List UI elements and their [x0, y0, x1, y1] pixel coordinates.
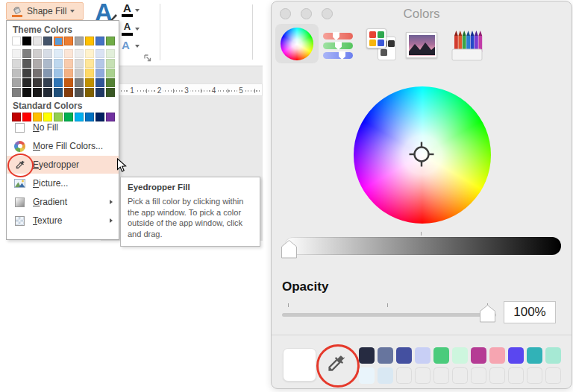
theme-variant-swatch[interactable] [64, 88, 73, 97]
menu-item-texture[interactable]: Texture [7, 212, 119, 230]
theme-variant-swatch[interactable] [75, 78, 84, 87]
theme-variant-swatch[interactable] [75, 49, 84, 58]
theme-variant-swatch[interactable] [12, 49, 21, 58]
theme-variant-swatch[interactable] [85, 59, 94, 68]
theme-color-swatch[interactable] [106, 37, 115, 45]
theme-variant-swatch[interactable] [85, 88, 94, 97]
theme-variant-swatch[interactable] [106, 59, 115, 68]
tab-color-wheel[interactable] [281, 28, 313, 60]
theme-variant-swatch[interactable] [12, 78, 21, 87]
empty-swatch-slot[interactable] [396, 367, 412, 384]
color-swatch[interactable] [359, 347, 375, 364]
color-swatch[interactable] [471, 347, 486, 364]
theme-color-swatch[interactable] [75, 37, 84, 45]
theme-variant-swatch[interactable] [54, 69, 63, 78]
theme-variant-swatch[interactable] [33, 49, 42, 58]
menu-item-more-fill-colors[interactable]: More Fill Colors... [7, 137, 119, 155]
theme-variant-swatch[interactable] [64, 59, 73, 68]
color-swatch[interactable] [378, 367, 393, 384]
color-swatch[interactable] [527, 347, 542, 364]
tab-sliders[interactable] [323, 33, 353, 60]
tab-image[interactable] [406, 32, 437, 58]
empty-swatch-slot[interactable] [527, 367, 542, 384]
tab-pencils[interactable] [451, 30, 483, 65]
theme-variant-swatch[interactable] [106, 49, 115, 58]
theme-variant-swatch[interactable] [106, 88, 115, 97]
theme-variant-swatch[interactable] [33, 78, 42, 87]
shape-fill-button[interactable]: Shape Fill [6, 2, 84, 20]
empty-swatch-slot[interactable] [415, 367, 430, 384]
theme-variant-swatch[interactable] [96, 59, 104, 68]
text-fill-dropdown-icon[interactable] [135, 9, 140, 12]
theme-variant-swatch[interactable] [43, 69, 52, 78]
empty-swatch-slot[interactable] [452, 367, 468, 384]
opacity-slider[interactable] [282, 313, 496, 317]
theme-variant-swatch[interactable] [33, 69, 42, 78]
dialog-launcher-icon[interactable] [143, 54, 151, 62]
empty-swatch-slot[interactable] [489, 367, 505, 384]
color-swatch[interactable] [489, 347, 505, 364]
color-swatch[interactable] [415, 347, 430, 364]
brightness-slider-thumb[interactable] [281, 239, 298, 259]
theme-variant-swatch[interactable] [33, 59, 42, 68]
color-swatch[interactable] [433, 347, 449, 364]
theme-color-swatch[interactable] [64, 37, 73, 45]
theme-variant-swatch[interactable] [22, 69, 31, 78]
theme-color-swatch[interactable] [96, 37, 104, 45]
theme-variant-swatch[interactable] [22, 78, 31, 87]
theme-variant-swatch[interactable] [75, 59, 84, 68]
theme-variant-swatch[interactable] [96, 69, 104, 78]
theme-color-swatch[interactable] [12, 37, 21, 45]
theme-color-swatch[interactable] [33, 37, 42, 45]
theme-variant-swatch[interactable] [64, 78, 73, 87]
theme-variant-swatch[interactable] [64, 49, 73, 58]
opacity-value-field[interactable] [504, 301, 556, 323]
text-effects-button[interactable]: A [122, 39, 130, 51]
theme-variant-swatch[interactable] [106, 78, 115, 87]
theme-variant-swatch[interactable] [85, 78, 94, 87]
color-swatch[interactable] [378, 347, 393, 364]
empty-swatch-slot[interactable] [433, 367, 449, 384]
theme-variant-swatch[interactable] [64, 69, 73, 78]
theme-variant-swatch[interactable] [96, 78, 104, 87]
theme-color-swatch[interactable] [43, 37, 52, 45]
theme-color-swatch[interactable] [54, 37, 63, 46]
color-wheel-crosshair[interactable] [407, 139, 436, 169]
text-effects-dropdown-icon[interactable] [135, 45, 140, 48]
color-swatch[interactable] [396, 347, 412, 364]
theme-variant-swatch[interactable] [96, 88, 104, 97]
empty-swatch-slot[interactable] [471, 367, 486, 384]
tab-palettes[interactable] [366, 28, 399, 63]
theme-color-swatch[interactable] [85, 37, 94, 45]
theme-color-swatch[interactable] [22, 37, 31, 45]
text-outline-button[interactable]: A [122, 22, 133, 36]
brightness-slider[interactable] [284, 237, 561, 255]
theme-variant-swatch[interactable] [96, 49, 104, 58]
theme-variant-swatch[interactable] [43, 78, 52, 87]
theme-variant-swatch[interactable] [54, 78, 63, 87]
theme-variant-swatch[interactable] [54, 49, 63, 58]
menu-item-picture[interactable]: Picture... [7, 174, 119, 192]
theme-variant-swatch[interactable] [54, 59, 63, 68]
theme-variant-swatch[interactable] [43, 88, 52, 97]
theme-variant-swatch[interactable] [22, 49, 31, 58]
theme-variant-swatch[interactable] [85, 69, 94, 78]
menu-item-gradient[interactable]: Gradient [7, 193, 119, 211]
color-swatch[interactable] [359, 367, 375, 384]
empty-swatch-slot[interactable] [545, 367, 561, 384]
theme-variant-swatch[interactable] [12, 59, 21, 68]
color-swatch[interactable] [545, 347, 561, 364]
empty-swatch-slot[interactable] [508, 367, 524, 384]
theme-variant-swatch[interactable] [75, 88, 84, 97]
theme-variant-swatch[interactable] [33, 88, 42, 97]
theme-variant-swatch[interactable] [12, 88, 21, 97]
theme-variant-swatch[interactable] [43, 59, 52, 68]
theme-variant-swatch[interactable] [75, 69, 84, 78]
theme-variant-swatch[interactable] [22, 59, 31, 68]
text-fill-button[interactable]: A [122, 3, 133, 17]
theme-variant-swatch[interactable] [106, 69, 115, 78]
text-outline-dropdown-icon[interactable] [135, 28, 140, 31]
theme-variant-swatch[interactable] [12, 69, 21, 78]
theme-variant-swatch[interactable] [43, 49, 52, 58]
color-swatch[interactable] [452, 347, 468, 364]
